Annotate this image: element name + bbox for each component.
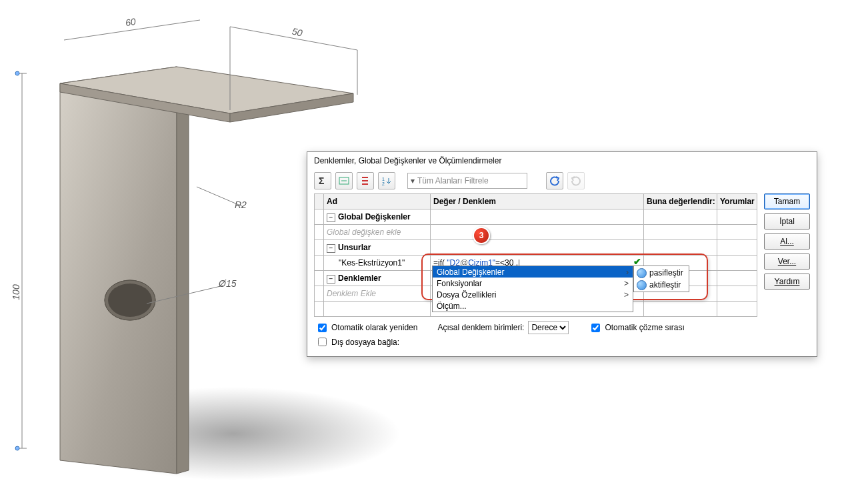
dim-hole: Ø15	[219, 278, 236, 289]
globe-icon	[637, 268, 647, 278]
funnel-icon: ▾	[411, 176, 415, 185]
dim-depth-50: 50	[291, 26, 304, 39]
dropdown-opt-fileprops[interactable]: Dosya Özellikleri>	[433, 289, 633, 300]
svg-marker-2	[177, 67, 189, 474]
globals-section-header[interactable]: −Global Değişkenler	[324, 209, 431, 225]
col-header-value: Değer / Denklem	[431, 194, 644, 209]
feature-name-cell[interactable]: "Kes-Ekstrüzyon1"	[324, 256, 431, 271]
features-section-header[interactable]: −Unsurlar	[324, 240, 431, 256]
submenu-arrow-icon: >	[624, 279, 629, 288]
dialog-button-column: Tamam İptal Al... Ver... Yardım	[764, 193, 810, 317]
collapse-icon[interactable]: −	[327, 213, 335, 222]
angular-units-label: Açısal denklem birimleri:	[437, 323, 524, 332]
svg-marker-3	[60, 67, 353, 113]
sigma-view-button[interactable]: Σ	[314, 172, 331, 189]
svg-marker-1	[60, 67, 177, 474]
globe-icon	[637, 280, 647, 290]
auto-solve-checkbox[interactable]: Otomatik çözme sırası	[589, 322, 684, 334]
filter-placeholder: Tüm Alanları Filtrele	[417, 176, 489, 185]
angular-units-select[interactable]: Derece	[528, 321, 569, 334]
submenu-arrow-icon: ›	[626, 268, 629, 277]
redo-button[interactable]	[567, 172, 585, 189]
dialog-toolbar: Σ 12 ▾ Tüm Alanları Filtrele	[314, 169, 810, 193]
collapse-icon[interactable]: −	[327, 275, 335, 284]
dim-height-100: 100	[11, 284, 21, 300]
import-button[interactable]: Al...	[764, 233, 810, 250]
link-external-checkbox[interactable]: Dış dosyaya bağla:	[315, 336, 399, 348]
svg-rect-21	[339, 177, 349, 184]
formula-autocomplete-dropdown[interactable]: Global Değişkenler› Fonksiyonlar> Dosya …	[432, 266, 633, 312]
dropdown-opt-functions[interactable]: Fonksiyonlar>	[433, 278, 633, 289]
svg-point-6	[105, 280, 155, 320]
dialog-footer: Otomatik olarak yeniden Açısal denklem b…	[314, 317, 810, 336]
auto-solve-input[interactable]	[591, 324, 600, 332]
submenu-deactivate[interactable]: pasifleştir	[634, 267, 689, 279]
svg-text:2: 2	[382, 181, 385, 186]
svg-text:1: 1	[382, 177, 385, 181]
svg-point-7	[105, 280, 155, 320]
dropdown-opt-globals[interactable]: Global Değişkenler›	[433, 266, 633, 278]
svg-marker-4	[60, 83, 230, 122]
link-external-input[interactable]	[318, 338, 327, 346]
undo-button[interactable]	[546, 172, 563, 189]
col-header-eval: Buna değerlendir:	[644, 194, 717, 209]
auto-rebuild-checkbox[interactable]: Otomatik olarak yeniden	[315, 322, 417, 334]
submenu-activate[interactable]: aktifleştir	[634, 279, 689, 291]
formula-submenu[interactable]: pasifleştir aktifleştir	[633, 266, 689, 292]
globals-add-row[interactable]: Global değişken ekle	[324, 225, 431, 240]
ok-button[interactable]: Tamam	[764, 193, 810, 209]
col-header-name: Ad	[324, 194, 431, 209]
dim-radius: R2	[235, 199, 247, 210]
auto-rebuild-input[interactable]	[318, 324, 327, 332]
svg-line-18	[197, 187, 243, 207]
svg-point-13	[15, 446, 19, 450]
svg-line-14	[64, 20, 200, 40]
equations-dialog: Denklemler, Global Değişkenler ve Ölçüml…	[307, 151, 817, 357]
col-header-comments: Yorumlar	[717, 194, 757, 209]
filter-input[interactable]: ▾ Tüm Alanları Filtrele	[407, 173, 527, 189]
equations-add-row[interactable]: Denklem Ekle	[324, 286, 431, 302]
svg-line-19	[147, 286, 223, 304]
dim-width-60: 60	[125, 16, 137, 28]
help-button[interactable]: Yardım	[764, 274, 810, 290]
export-button[interactable]: Ver...	[764, 254, 810, 270]
equations-section-header[interactable]: −Denklemler	[324, 271, 431, 286]
cancel-button[interactable]: İptal	[764, 213, 810, 229]
dialog-title: Denklemler, Global Değişkenler ve Ölçüml…	[307, 152, 817, 169]
svg-point-8	[108, 284, 152, 317]
collapse-icon[interactable]: −	[327, 244, 335, 253]
svg-marker-5	[230, 93, 353, 122]
sort-button[interactable]: 12	[378, 172, 395, 189]
ordered-view-button[interactable]	[357, 172, 374, 189]
svg-point-12	[15, 71, 19, 75]
dropdown-opt-measure[interactable]: Ölçüm...	[433, 300, 633, 312]
submenu-arrow-icon: >	[624, 290, 629, 300]
step-badge: 3	[473, 227, 490, 244]
svg-line-15	[230, 27, 357, 50]
svg-text:Σ: Σ	[319, 175, 324, 186]
dim-view-button[interactable]	[335, 172, 353, 189]
svg-point-0	[67, 387, 400, 480]
